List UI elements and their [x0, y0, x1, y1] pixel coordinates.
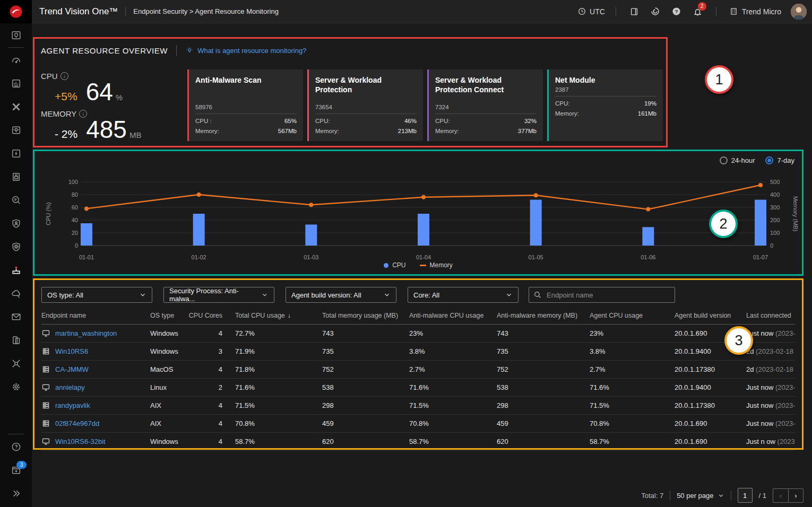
col-cpu-cores[interactable]: CPU Cores — [187, 312, 226, 319]
cpu-value: 64 — [86, 77, 113, 106]
pagination: Total: 7 50 per page 1 / 1 ‹ › — [641, 488, 804, 503]
notifications-button[interactable]: 2 — [687, 0, 709, 23]
desktop-icon — [41, 329, 50, 338]
legend-cpu[interactable]: CPU — [384, 261, 405, 269]
svg-text:20: 20 — [72, 230, 78, 236]
sidebar-item-mobile-security[interactable] — [0, 328, 32, 352]
per-page-selector[interactable]: 50 per page — [677, 492, 724, 500]
col-endpoint-name[interactable]: Endpoint name — [41, 312, 150, 319]
col-total-cpu[interactable]: Total CPU usage↓ — [226, 312, 322, 319]
sidebar-item-workbench[interactable] — [0, 118, 32, 142]
os-type-filter[interactable]: OS type: All — [41, 287, 152, 303]
svg-text:80: 80 — [72, 191, 78, 198]
total-memory-cell: 298 — [322, 401, 409, 409]
sidebar-item-shield-person[interactable] — [0, 212, 32, 235]
os-type-cell: Windows — [150, 347, 187, 355]
sidebar-item-dashboard[interactable] — [0, 48, 32, 72]
sidebar-item-expand[interactable] — [0, 482, 32, 505]
sidebar-item-xdr[interactable] — [0, 95, 32, 118]
col-agent-cpu[interactable]: Agent CPU usage — [590, 312, 675, 319]
total-memory-cell: 538 — [322, 383, 409, 391]
documentation-button[interactable] — [624, 0, 645, 23]
table-header: Endpoint name OS type CPU Cores Total CP… — [41, 307, 795, 325]
sidebar-item-settings[interactable] — [0, 375, 32, 398]
trend-micro-logo[interactable] — [0, 0, 32, 23]
sidebar-item-policy[interactable] — [0, 165, 32, 188]
tenant-selector[interactable]: Trend Micro — [724, 7, 787, 16]
endpoint-name-link[interactable]: randypavlik — [55, 401, 90, 409]
agent-cpu-cell: 71.6% — [590, 383, 675, 391]
prev-page-button[interactable]: ‹ — [773, 488, 788, 503]
endpoint-name-link[interactable]: Win10RS6-32bit — [55, 438, 106, 445]
sidebar-item-map[interactable] — [0, 23, 32, 47]
svg-text:60: 60 — [72, 204, 78, 211]
cpu-bar — [81, 223, 92, 246]
col-agent-build[interactable]: Agent build version — [675, 312, 746, 319]
card-memory-row: Memory:213Mb — [315, 126, 417, 136]
timezone-selector[interactable]: UTC — [574, 7, 608, 16]
module-card-net-module[interactable]: Net Module 2387 CPU:19% Memory:161Mb — [547, 69, 663, 141]
overview-header: AGENT RESOURCE OVERVIEW What is agent re… — [34, 39, 666, 56]
integrations-icon — [650, 6, 660, 16]
core-filter[interactable]: Core: All — [408, 287, 519, 303]
endpoint-name-link[interactable]: annielapy — [55, 383, 85, 391]
col-am-cpu[interactable]: Anti-malware CPU usage — [409, 312, 497, 319]
agent-cpu-cell: 2.7% — [590, 365, 675, 373]
search-input[interactable] — [546, 291, 664, 300]
notification-badge: 2 — [698, 2, 706, 11]
product-title: Trend Vision One™ — [39, 6, 118, 17]
endpoint-name-link[interactable]: CA-JMMW — [55, 365, 89, 373]
sidebar-item-endpoint-security[interactable] — [0, 258, 32, 282]
sidebar-item-shield-gear[interactable] — [0, 235, 32, 258]
module-card-anti-malware-scan[interactable]: Anti-Malware Scan 58976 CPU :65% Memory:… — [187, 69, 303, 141]
legend-dash-icon — [420, 265, 426, 266]
sidebar-item-console[interactable]: 3 — [0, 458, 32, 482]
avatar[interactable] — [791, 4, 807, 20]
security-process-filter[interactable]: Security Process: Anti-malwa... — [163, 287, 274, 303]
os-type-cell: Windows — [150, 438, 187, 445]
endpoint-name-link[interactable]: martina_washington — [55, 329, 117, 337]
module-card-server-workload-protection-connect[interactable]: Server & Workload Protection Connect 732… — [427, 69, 543, 141]
sidebar-item-network-security[interactable] — [0, 352, 32, 375]
sidebar-item-search-query[interactable] — [0, 188, 32, 212]
chevron-down-icon — [505, 291, 513, 299]
agent-resource-overview-section: AGENT RESOURCE OVERVIEW What is agent re… — [33, 37, 668, 147]
col-am-memory[interactable]: Anti-malware memory (MB) — [497, 312, 590, 319]
svg-text:400: 400 — [770, 191, 780, 198]
sidebar-item-attack-surface[interactable] — [0, 142, 32, 165]
sidebar-divider — [8, 434, 24, 434]
col-last-connected[interactable]: Last connected — [746, 312, 795, 319]
range-option-24-hour[interactable]: 24-hour — [720, 156, 755, 164]
legend-memory[interactable]: Memory — [420, 261, 453, 269]
what-is-monitoring-link[interactable]: What is agent resource monitoring? — [185, 46, 306, 55]
server-icon — [41, 347, 50, 356]
annotation-3: 3 — [724, 326, 753, 355]
page-input[interactable]: 1 — [738, 488, 753, 503]
sidebar-item-ai-security[interactable] — [0, 282, 32, 305]
cpu-cores-cell: 4 — [187, 365, 226, 373]
sidebar-item-email-security[interactable] — [0, 305, 32, 328]
agent-build-version-filter[interactable]: Agent build version: All — [286, 287, 396, 303]
range-option-7-day[interactable]: 7-day — [765, 156, 794, 164]
memory-point — [197, 193, 201, 197]
module-card-server-workload-protection[interactable]: Server & Workload Protection 73654 CPU:4… — [307, 69, 423, 141]
card-count: 2387 — [555, 86, 656, 93]
svg-text:01-06: 01-06 — [641, 254, 655, 260]
help-button[interactable]: ? — [666, 0, 687, 23]
col-os-type[interactable]: OS type — [150, 312, 187, 319]
main-content: AGENT RESOURCE OVERVIEW What is agent re… — [32, 23, 812, 507]
integrations-button[interactable] — [645, 0, 666, 23]
os-type-cell: Linux — [150, 383, 187, 391]
last-connected-cell: Just now (2023-0 — [746, 329, 795, 337]
info-icon[interactable]: i — [61, 72, 68, 80]
radio-icon — [765, 156, 773, 164]
sidebar-item-reports[interactable] — [0, 72, 32, 95]
endpoint-name-link[interactable]: 02f874e967dd — [55, 419, 99, 427]
expand-icon — [11, 488, 22, 499]
sidebar-item-help[interactable] — [0, 435, 32, 458]
card-cpu-row: CPU:32% — [435, 116, 537, 126]
endpoint-name-link[interactable]: Win10RS6 — [55, 347, 88, 355]
col-total-memory[interactable]: Total memory usage (MB) — [322, 312, 409, 319]
next-page-button[interactable]: › — [788, 488, 804, 503]
agent-cpu-cell: 71.5% — [590, 401, 675, 409]
